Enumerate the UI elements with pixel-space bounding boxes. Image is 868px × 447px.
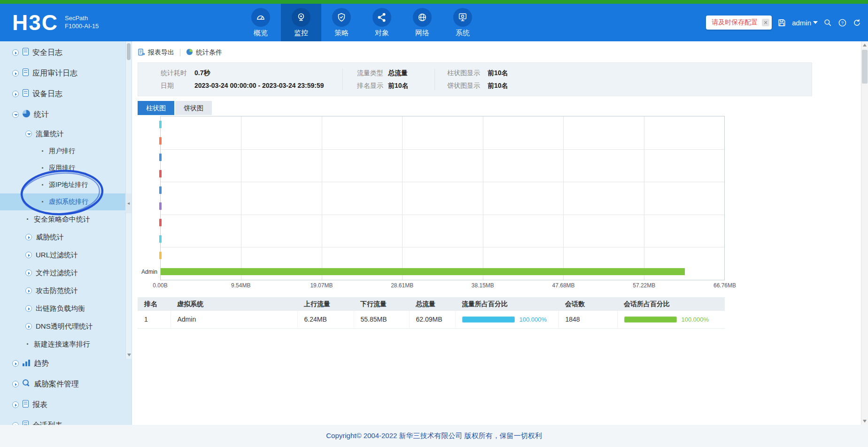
sidebar-item-user-rank[interactable]: ·用户排行 <box>0 143 132 160</box>
expand-toggle-icon <box>25 252 32 258</box>
summary-label: 饼状图显示 <box>447 81 488 90</box>
scroll-down-icon[interactable] <box>861 417 868 425</box>
total-traffic-cell: 62.09MB <box>409 311 455 328</box>
session-list-icon <box>23 421 29 425</box>
nav-item-overview[interactable]: 概览 <box>240 4 281 41</box>
sidebar-item-label: 应用排行 <box>49 164 75 172</box>
expand-toggle-icon <box>12 49 19 56</box>
vsys-table: 排名虚拟系统上行流量下行流量总流量流量所占百分比会话数会话所占百分比 1Admi… <box>138 297 725 329</box>
bullet-icon: · <box>25 215 30 224</box>
sidebar-item-label: 威胁案件管理 <box>34 379 79 389</box>
close-icon[interactable]: ✕ <box>762 19 769 26</box>
product-model: F1000-AI-15 <box>65 23 99 31</box>
nav-item-monitor[interactable]: 监控 <box>281 4 321 41</box>
brand-logo: H3C SecPath F1000-AI-15 <box>12 12 99 33</box>
bullet-icon: · <box>25 340 30 348</box>
main-scrollbar-thumb[interactable] <box>862 50 868 84</box>
x-tick-label: 47.68MB <box>552 282 575 289</box>
workspace: 安全日志应用审计日志设备日志统计流量统计·用户排行·应用排行·源IP地址排行·虚… <box>0 41 868 425</box>
sidebar-item-file-filter-stats[interactable]: 文件过滤统计 <box>0 264 132 282</box>
logout-icon[interactable] <box>852 18 861 27</box>
sidebar-item-app-rank[interactable]: ·应用排行 <box>0 160 132 177</box>
sidebar-item-new-conn-rate-rank[interactable]: ·新建连接速率排行 <box>0 335 132 353</box>
sidebar-item-label: 虚拟系统排行 <box>49 198 88 206</box>
x-tick-label: 28.61MB <box>391 282 413 289</box>
nav-item-system[interactable]: 系统 <box>442 4 483 41</box>
nav-item-objects[interactable]: 对象 <box>362 4 402 41</box>
sidebar-item-trend[interactable]: 趋势 <box>0 353 132 374</box>
expand-toggle-icon <box>12 111 19 118</box>
x-tick-label: 0.00B <box>153 282 167 289</box>
network-icon <box>413 8 432 27</box>
sessions-cell: 1848 <box>558 311 617 328</box>
sidebar-item-label: 应用审计日志 <box>32 69 78 78</box>
sidebar-item-session-list[interactable]: 会话列表 <box>0 415 132 425</box>
sidebar-item-report[interactable]: 报表 <box>0 394 132 415</box>
summary-row: 饼状图显示前10名 <box>447 81 812 90</box>
sidebar-item-vsys-rank[interactable]: ·虚拟系统排行 <box>0 193 132 210</box>
system-icon <box>453 8 472 27</box>
sidebar-item-statistics[interactable]: 统计 <box>0 104 132 125</box>
traffic-pct-cell: 100.000% <box>455 311 558 328</box>
app-audit-log-icon <box>23 69 29 78</box>
nav-item-policy[interactable]: 策略 <box>321 4 362 41</box>
sidebar-item-device-log[interactable]: 设备日志 <box>0 84 132 104</box>
report-export-button[interactable]: 报表导出 <box>138 48 174 57</box>
stat-conditions-icon <box>186 48 193 57</box>
summary-label: 排名显示 <box>357 81 388 90</box>
sidebar-item-app-audit-log[interactable]: 应用审计日志 <box>0 63 132 84</box>
sidebar-item-threat-stats[interactable]: 威胁统计 <box>0 228 132 246</box>
sidebar-item-dns-transparent-proxy-stats[interactable]: DNS透明代理统计 <box>0 317 132 335</box>
summary-column: 统计耗时0.7秒日期2023-03-24 00:00:00 - 2023-03-… <box>138 69 342 90</box>
sidebar-scrollbar-thumb[interactable] <box>127 43 131 60</box>
gridline-vertical <box>483 116 483 280</box>
nav-item-label: 概览 <box>254 29 268 38</box>
search-icon[interactable] <box>823 18 832 27</box>
help-icon[interactable]: ? <box>838 18 847 27</box>
gridline-vertical <box>322 116 322 280</box>
summary-label: 统计耗时 <box>161 69 194 77</box>
bar-admin <box>161 268 685 275</box>
scroll-up-icon[interactable] <box>861 41 868 49</box>
summary-value: 总流量 <box>388 69 408 77</box>
down-traffic-cell: 55.85MB <box>354 311 409 328</box>
user-menu[interactable]: admin <box>792 19 818 27</box>
nav-item-label: 策略 <box>334 29 349 38</box>
traffic-progress-bar <box>462 316 515 323</box>
gridline-horizontal <box>161 149 724 150</box>
session-progress-bar <box>624 316 677 323</box>
column-header: 会话数 <box>558 297 617 311</box>
expand-toggle-icon <box>25 131 32 137</box>
rank-axis-tick <box>159 202 162 210</box>
rank-cell: 1 <box>138 311 170 328</box>
sidebar-item-label: 统计 <box>34 110 49 120</box>
column-header: 流量所占百分比 <box>455 297 558 311</box>
report-export-label: 报表导出 <box>148 48 174 57</box>
sidebar-item-url-filter-stats[interactable]: URL过滤统计 <box>0 246 132 264</box>
gridline-vertical <box>241 116 241 280</box>
chart-plot <box>160 116 725 280</box>
bullet-icon: · <box>40 181 45 189</box>
stat-conditions-button[interactable]: 统计条件 <box>186 48 222 57</box>
nav-item-network[interactable]: 网络 <box>402 4 442 41</box>
save-icon[interactable] <box>777 18 786 27</box>
sidebar-item-outbound-link-lb[interactable]: 出链路负载均衡 <box>0 300 132 317</box>
sidebar-item-src-ip-rank[interactable]: ·源IP地址排行 <box>0 177 132 193</box>
vsys-table-header-row: 排名虚拟系统上行流量下行流量总流量流量所占百分比会话数会话所占百分比 <box>138 297 725 311</box>
sidebar-item-security-log[interactable]: 安全日志 <box>0 42 132 63</box>
x-tick-label: 57.22MB <box>633 282 655 289</box>
sidebar-item-attack-prevention-stats[interactable]: 攻击防范统计 <box>0 282 132 300</box>
sidebar-item-label: 流量统计 <box>36 130 64 139</box>
sidebar-menu: 安全日志应用审计日志设备日志统计流量统计·用户排行·应用排行·源IP地址排行·虚… <box>0 42 132 425</box>
gridline-horizontal <box>161 215 724 215</box>
sidebar-item-label: 安全策略命中统计 <box>34 215 90 224</box>
sidebar-collapse-handle[interactable]: ◂ <box>125 193 132 213</box>
sidebar-scroll-down-icon[interactable] <box>126 351 132 359</box>
sidebar-item-traffic-stats[interactable]: 流量统计 <box>0 125 132 143</box>
tab-pie[interactable]: 饼状图 <box>175 101 212 115</box>
sidebar-item-threat-case-mgmt[interactable]: 威胁案件管理 <box>0 374 132 394</box>
report-icon <box>23 400 29 409</box>
main-scrollbar[interactable] <box>861 41 868 425</box>
sidebar-item-sec-policy-hit-stats[interactable]: ·安全策略命中统计 <box>0 210 132 228</box>
tab-bar[interactable]: 柱状图 <box>138 101 174 115</box>
